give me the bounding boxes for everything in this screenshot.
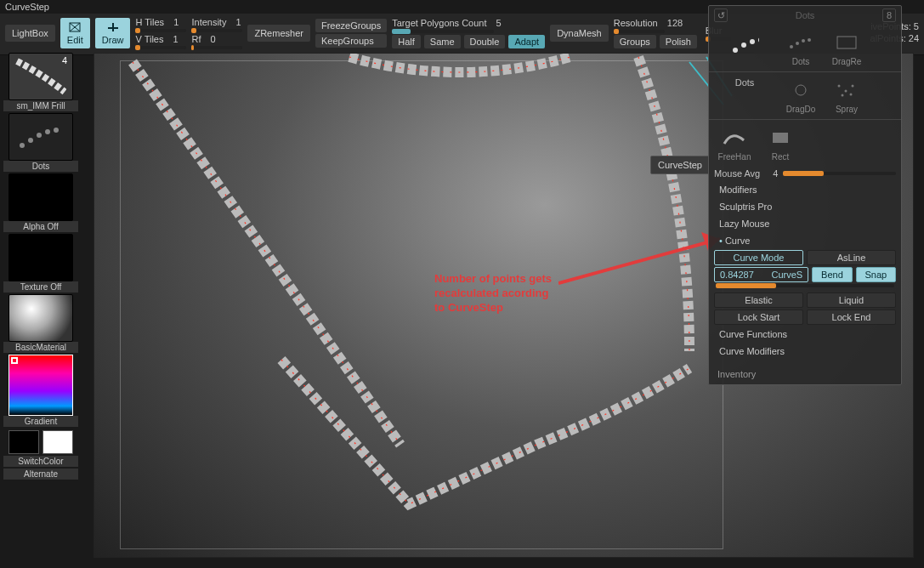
left-panel: 4 sm_IMM Frill Dots Alpha Off Texture Of… bbox=[3, 53, 78, 480]
viewport-tooltip: CurveStep bbox=[650, 156, 710, 174]
as-line-toggle[interactable]: AsLine bbox=[807, 250, 896, 265]
dragdot-stroke-option[interactable]: DragDo bbox=[780, 77, 821, 114]
zremesher-button[interactable]: ZRemesher bbox=[247, 25, 309, 42]
material-name-label: BasicMaterial bbox=[3, 342, 78, 353]
dots-stroke-option[interactable]: Dots bbox=[780, 30, 821, 66]
dots-stroke-icon bbox=[15, 120, 66, 154]
vtiles-slider[interactable]: V Tiles 1 bbox=[135, 34, 186, 49]
swatch-white[interactable] bbox=[43, 430, 73, 454]
panel-title: Dots bbox=[796, 10, 815, 20]
svg-point-1 bbox=[20, 143, 25, 148]
curvestep-slider[interactable]: 0.84287CurveS bbox=[714, 267, 808, 282]
dots-stroke-label: Dots bbox=[714, 77, 775, 114]
same-button[interactable]: Same bbox=[424, 35, 461, 48]
half-button[interactable]: Half bbox=[392, 35, 421, 48]
snap-toggle[interactable]: Snap bbox=[856, 267, 896, 282]
bend-toggle[interactable]: Bend bbox=[812, 267, 852, 282]
edit-button[interactable]: Edit bbox=[60, 18, 90, 48]
dots-stroke-icon-big[interactable] bbox=[714, 30, 775, 66]
liquid-toggle[interactable]: Liquid bbox=[807, 293, 896, 308]
brush-thumbnail[interactable]: 4 bbox=[9, 53, 73, 100]
svg-point-15 bbox=[802, 39, 805, 43]
alternate-button[interactable]: Alternate bbox=[3, 469, 78, 480]
target-poly-slider[interactable]: Target Polygons Count 5 bbox=[392, 18, 545, 33]
group-toggles: FreezeGroups KeepGroups bbox=[315, 19, 387, 48]
curve-functions-section[interactable]: Curve Functions bbox=[714, 327, 896, 342]
svg-point-20 bbox=[845, 90, 847, 93]
texture-thumbnail[interactable] bbox=[9, 234, 73, 281]
stroke-name-label: Dots bbox=[3, 161, 78, 172]
curve-modifiers-section[interactable]: Curve Modifiers bbox=[714, 344, 896, 359]
curve-section[interactable]: Curve bbox=[714, 233, 896, 248]
freehand-stroke-option[interactable]: FreeHan bbox=[714, 125, 755, 162]
alpha-thumbnail[interactable] bbox=[9, 173, 73, 221]
tile-sliders: H Tiles 1 V Tiles 1 bbox=[135, 17, 186, 49]
material-thumbnail[interactable] bbox=[9, 294, 73, 342]
color-swatches bbox=[9, 430, 73, 454]
curve-mode-toggle[interactable]: Curve Mode bbox=[714, 250, 803, 265]
target-poly-group: Target Polygons Count 5 Half Same Double… bbox=[392, 18, 545, 48]
dragrect-stroke-option[interactable]: DragRe bbox=[826, 30, 867, 66]
spray-stroke-option[interactable]: Spray bbox=[826, 77, 867, 114]
dynamesh-button[interactable]: DynaMesh bbox=[550, 25, 609, 42]
keep-groups-toggle[interactable]: KeepGroups bbox=[315, 34, 387, 48]
modifiers-section[interactable]: Modifiers bbox=[714, 182, 896, 197]
history-icon[interactable]: ↺ bbox=[714, 9, 728, 22]
svg-point-19 bbox=[838, 85, 841, 88]
svg-point-21 bbox=[852, 85, 854, 88]
freeze-groups-toggle[interactable]: FreezeGroups bbox=[315, 19, 387, 32]
svg-point-14 bbox=[796, 42, 799, 45]
resolution-slider[interactable]: Resolution 128 bbox=[614, 18, 697, 33]
polish-toggle[interactable]: Polish bbox=[660, 35, 697, 48]
svg-point-22 bbox=[842, 94, 844, 97]
elastic-toggle[interactable]: Elastic bbox=[714, 293, 803, 308]
svg-point-3 bbox=[37, 133, 42, 138]
color-picker[interactable] bbox=[9, 355, 73, 416]
brush-size-badge: 4 bbox=[62, 55, 67, 65]
inventory-section[interactable]: Inventory bbox=[709, 364, 901, 384]
panel-header[interactable]: ↺ Dots 8 bbox=[709, 6, 901, 25]
stroke-icons-mid: Dots DragDo Spray bbox=[709, 72, 901, 120]
svg-point-9 bbox=[741, 43, 746, 48]
stroke-thumbnail[interactable] bbox=[9, 113, 73, 161]
svg-point-5 bbox=[54, 128, 59, 133]
rf-slider[interactable]: Rf 0 bbox=[191, 34, 242, 49]
gradient-label: Gradient bbox=[3, 416, 78, 427]
adapt-button[interactable]: Adapt bbox=[508, 35, 545, 48]
lock-start-toggle[interactable]: Lock Start bbox=[714, 310, 803, 325]
htiles-slider[interactable]: H Tiles 1 bbox=[135, 17, 186, 32]
picker-marker-icon bbox=[11, 357, 18, 364]
stroke-panel[interactable]: ↺ Dots 8 Dots DragRe Dots DragDo Spray bbox=[708, 5, 902, 385]
texture-off-label: Texture Off bbox=[3, 281, 78, 293]
sculptris-section[interactable]: Sculptris Pro bbox=[714, 199, 896, 214]
intensity-slider[interactable]: Intensity 1 bbox=[191, 17, 242, 32]
svg-point-18 bbox=[796, 85, 806, 95]
double-button[interactable]: Double bbox=[464, 35, 506, 48]
edit-icon bbox=[68, 21, 82, 33]
brush-name-label: sm_IMM Frill bbox=[3, 100, 78, 111]
alpha-off-label: Alpha Off bbox=[3, 221, 78, 232]
annotation-text: Number of points gets recalculated acord… bbox=[434, 271, 552, 315]
panel-sections: Modifiers Sculptris Pro Lazy Mouse Curve… bbox=[709, 180, 901, 364]
svg-point-4 bbox=[45, 129, 50, 134]
swatch-black[interactable] bbox=[9, 430, 39, 454]
mouse-avg-slider[interactable]: Mouse Avg 4 bbox=[709, 167, 901, 180]
rect-stroke-option[interactable]: Rect bbox=[760, 125, 801, 162]
lightbox-button[interactable]: LightBox bbox=[5, 25, 55, 42]
draw-icon bbox=[106, 21, 120, 33]
svg-point-8 bbox=[733, 48, 738, 53]
svg-line-6 bbox=[558, 239, 720, 283]
svg-point-2 bbox=[28, 138, 33, 143]
svg-point-10 bbox=[750, 39, 755, 44]
lazy-mouse-section[interactable]: Lazy Mouse bbox=[714, 216, 896, 231]
groups-toggle[interactable]: Groups bbox=[614, 35, 656, 48]
curvestep-track[interactable] bbox=[716, 284, 894, 287]
switch-color-button[interactable]: SwitchColor bbox=[3, 456, 78, 467]
svg-rect-17 bbox=[837, 37, 856, 48]
stroke-icons-bot: FreeHan Rect bbox=[709, 120, 901, 167]
stroke-icons-top: Dots DragRe bbox=[709, 25, 901, 72]
lock-end-toggle[interactable]: Lock End bbox=[807, 310, 896, 325]
panel-badge: 8 bbox=[882, 9, 896, 22]
svg-point-23 bbox=[850, 94, 853, 96]
draw-button[interactable]: Draw bbox=[95, 18, 131, 48]
